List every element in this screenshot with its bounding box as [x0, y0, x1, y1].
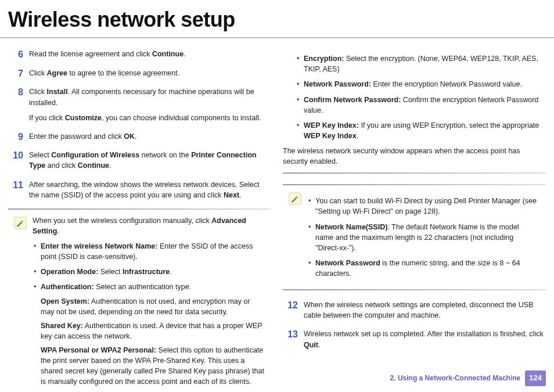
step-number: 9	[8, 131, 23, 142]
list-item: Authentication: Select an authentication…	[33, 282, 264, 387]
step-row: 11After searching, the window shows the …	[8, 179, 271, 200]
note-bullets: Enter the wireless Network Name: Enter t…	[33, 241, 264, 387]
step-number: 10	[8, 150, 23, 171]
step-row: 9Enter the password and click OK.	[8, 131, 271, 142]
step-text: When the wireless network settings are c…	[304, 300, 546, 321]
footer-chapter: 2. Using a Network-Connected Machine	[390, 373, 521, 383]
left-steps: 6Read the license agreement and click Co…	[8, 49, 271, 200]
list-item: Network Name(SSID): The default Network …	[307, 222, 539, 253]
step-text: Read the license agreement and click Con…	[29, 49, 271, 59]
right-top-bullets: Encryption: Select the encryption. (None…	[296, 53, 546, 141]
step-text: Enter the password and click OK.	[29, 131, 271, 142]
list-item: Enter the wireless Network Name: Enter t…	[33, 241, 264, 262]
divider	[283, 172, 546, 174]
step-body: Read the license agreement and click Con…	[29, 49, 271, 60]
content-columns: 6Read the license agreement and click Co…	[0, 38, 554, 392]
step-number: 11	[8, 179, 23, 200]
step-text: Click Agree to agree to the license agre…	[29, 68, 271, 78]
left-column: 6Read the license agreement and click Co…	[8, 49, 271, 392]
step-number: 6	[8, 49, 23, 60]
page-footer: 2. Using a Network-Connected Machine 124	[390, 371, 546, 386]
step-row: 10Select Configuration of Wireless netwo…	[8, 150, 271, 171]
pencil-note-icon	[289, 192, 301, 205]
page-title: Wireless network setup	[0, 0, 554, 38]
step-text: After searching, the window shows the wi…	[29, 179, 271, 200]
note2-bullets: You can start to build Wi-Fi Direct by u…	[307, 196, 539, 279]
step-body: When the wireless network settings are c…	[304, 300, 546, 321]
step-text: Select Configuration of Wireless network…	[29, 150, 271, 171]
note-content: When you set the wireless configuration …	[33, 215, 264, 392]
sub-text: Open System: Authentication is not used,…	[41, 296, 264, 317]
step-text: Wireless network set up is completed. Af…	[304, 329, 546, 350]
sub-text: Shared Key: Authentication is used. A de…	[41, 321, 264, 341]
step-row: 13Wireless network set up is completed. …	[283, 329, 546, 350]
step-number: 13	[283, 329, 298, 350]
note-wifi-direct: You can start to build Wi-Fi Direct by u…	[283, 184, 546, 290]
note-intro: When you set the wireless configuration …	[33, 215, 264, 236]
list-item: Network Password: Enter the encryption N…	[296, 79, 546, 89]
note-content: You can start to build Wi-Fi Direct by u…	[307, 191, 539, 283]
step-body: Click Install. All components necessary …	[29, 87, 271, 123]
step-row: 7Click Agree to agree to the license agr…	[8, 68, 271, 79]
step-body: Click Agree to agree to the license agre…	[29, 68, 271, 79]
note-advanced-setting: When you set the wireless configuration …	[8, 208, 271, 392]
list-item: Encryption: Select the encryption. (None…	[296, 53, 546, 74]
right-column: Encryption: Select the encryption. (None…	[283, 49, 546, 392]
step-body: Enter the password and click OK.	[29, 131, 271, 142]
step-row: 8Click Install. All components necessary…	[8, 87, 271, 123]
step-number: 12	[283, 300, 298, 321]
sub-text: WPA Personal or WPA2 Personal: Select th…	[41, 345, 264, 387]
step-text: If you click Customize, you can choose i…	[29, 113, 271, 123]
list-item: Confirm Network Password: Confirm the en…	[296, 95, 546, 116]
list-item: Operation Mode: Select Infrastructure.	[33, 267, 264, 277]
step-number: 7	[8, 68, 23, 79]
right-steps: 12When the wireless network settings are…	[283, 300, 546, 350]
page-number-badge: 124	[525, 371, 546, 386]
step-row: 12When the wireless network settings are…	[283, 300, 546, 321]
list-item: You can start to build Wi-Fi Direct by u…	[307, 196, 539, 217]
step-body: After searching, the window shows the wi…	[29, 179, 271, 200]
step-body: Wireless network set up is completed. Af…	[304, 329, 546, 350]
step-body: Select Configuration of Wireless network…	[29, 150, 271, 171]
security-window-text: The wireless network security window app…	[283, 146, 546, 167]
step-row: 6Read the license agreement and click Co…	[8, 49, 271, 60]
step-text: Click Install. All components necessary …	[29, 87, 271, 107]
pencil-note-icon	[14, 217, 27, 229]
step-number: 8	[8, 87, 23, 123]
list-item: WEP Key Index: If you are using WEP Encr…	[296, 120, 546, 141]
list-item: Network Password is the numeric string, …	[307, 258, 539, 279]
